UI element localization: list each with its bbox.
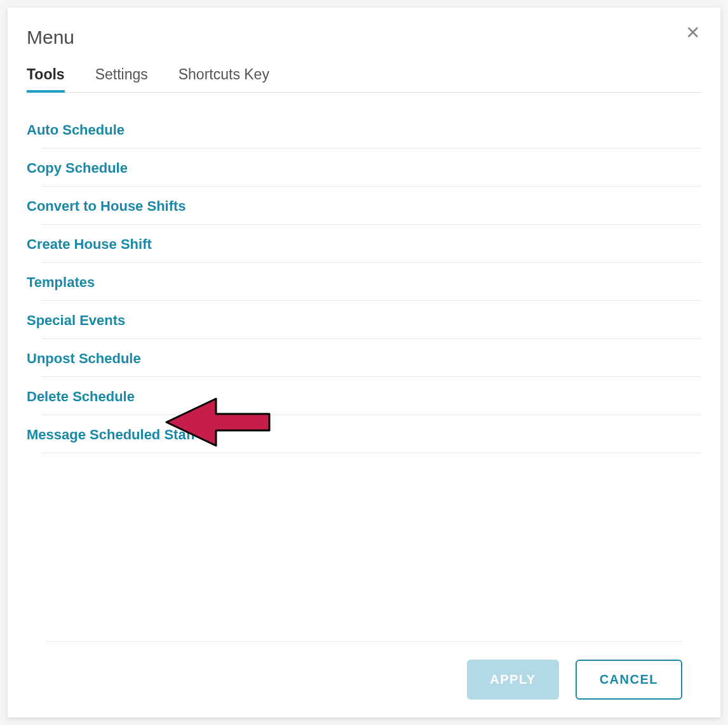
modal-footer: APPLY CANCEL xyxy=(46,641,682,700)
modal-header: Menu ✕ xyxy=(27,27,701,48)
tool-create-house-shift[interactable]: Create House Shift xyxy=(27,225,701,263)
modal-content: Auto Schedule Copy Schedule Convert to H… xyxy=(27,98,701,641)
tab-tools[interactable]: Tools xyxy=(27,62,65,92)
close-icon: ✕ xyxy=(685,23,700,43)
tool-auto-schedule[interactable]: Auto Schedule xyxy=(27,110,701,149)
tool-label: Templates xyxy=(27,274,95,290)
tool-label: Auto Schedule xyxy=(27,122,125,138)
tool-label: Convert to House Shifts xyxy=(27,198,186,214)
tool-message-scheduled-staff[interactable]: Message Scheduled Staff xyxy=(27,415,701,453)
tool-label: Special Events xyxy=(27,312,125,328)
tool-special-events[interactable]: Special Events xyxy=(27,301,701,339)
tool-label: Create House Shift xyxy=(27,236,152,252)
close-button[interactable]: ✕ xyxy=(683,22,703,44)
tab-shortcuts-key[interactable]: Shortcuts Key xyxy=(179,62,269,92)
tool-copy-schedule[interactable]: Copy Schedule xyxy=(27,149,701,187)
tool-label: Delete Schedule xyxy=(27,389,135,404)
cancel-button[interactable]: CANCEL xyxy=(576,660,682,700)
tool-unpost-schedule[interactable]: Unpost Schedule xyxy=(27,339,701,377)
modal-title: Menu xyxy=(27,27,701,48)
tab-settings[interactable]: Settings xyxy=(95,62,148,92)
tool-label: Copy Schedule xyxy=(27,160,128,176)
tab-bar: Tools Settings Shortcuts Key xyxy=(27,62,701,93)
tool-delete-schedule[interactable]: Delete Schedule xyxy=(27,377,701,415)
tool-templates[interactable]: Templates xyxy=(27,263,701,301)
tool-label: Message Scheduled Staff xyxy=(27,427,195,442)
tool-convert-to-house-shifts[interactable]: Convert to House Shifts xyxy=(27,187,701,225)
apply-button[interactable]: APPLY xyxy=(467,660,558,700)
tool-label: Unpost Schedule xyxy=(27,350,141,366)
tools-list: Auto Schedule Copy Schedule Convert to H… xyxy=(27,110,701,453)
menu-modal: Menu ✕ Tools Settings Shortcuts Key Auto… xyxy=(8,8,720,717)
